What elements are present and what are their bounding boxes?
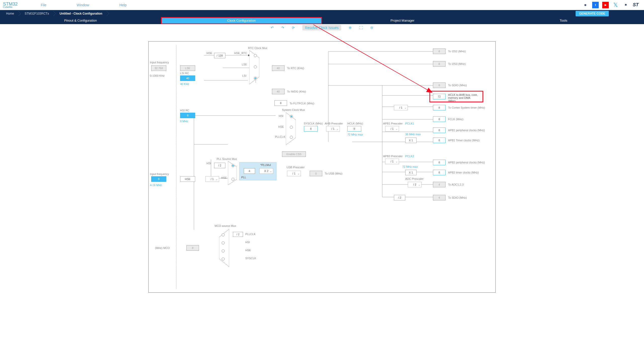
apb2-prescaler-select[interactable]: / 1 bbox=[385, 159, 399, 164]
hclk-input[interactable]: 8 bbox=[347, 126, 361, 132]
label-apb1-periph: APB1 peripheral clocks (MHz) bbox=[448, 129, 485, 132]
i2s3-value: 8 bbox=[433, 61, 446, 67]
resolve-clock-button[interactable]: Resolve Clock Issues bbox=[302, 25, 341, 30]
enable-css-button[interactable]: Enable CSS bbox=[282, 151, 306, 157]
label-apb2-periph: APB2 peripheral clocks (MHz) bbox=[448, 161, 485, 164]
zoom-out-icon[interactable]: ⊖ bbox=[370, 26, 373, 30]
menu-file[interactable]: File bbox=[41, 3, 47, 7]
apb2-timer-mul: X 1 bbox=[405, 170, 417, 175]
breadcrumb-page[interactable]: Untitled - Clock Configuration bbox=[54, 10, 107, 17]
pll-hse-prescaler[interactable]: / 1 bbox=[205, 176, 219, 182]
sysmux-hsi-radio[interactable] bbox=[290, 115, 293, 118]
label-cortex: To Cortex System timer (MHz) bbox=[448, 106, 485, 109]
redo-icon[interactable]: ↷ bbox=[281, 26, 284, 30]
st-icon[interactable]: ✱ bbox=[622, 2, 629, 8]
fit-icon[interactable]: ⛶ bbox=[359, 26, 363, 30]
label-to-rtc: To RTC (KHz) bbox=[287, 67, 304, 70]
refresh-icon[interactable]: ⟳ bbox=[292, 26, 295, 30]
st-community-icon[interactable]: ◉ bbox=[582, 2, 589, 8]
apb1-prescaler-select[interactable]: / 1 bbox=[385, 126, 399, 132]
label-sdio2: To SDIO (MHz) bbox=[448, 196, 467, 199]
label-sdio: To SDIO (MHz) bbox=[448, 84, 467, 87]
lse-freq-input[interactable]: 32.768 bbox=[151, 65, 166, 71]
mco-sysclk-radio[interactable] bbox=[222, 257, 225, 261]
sysclk-input[interactable]: 8 bbox=[304, 126, 318, 132]
breadcrumb-home[interactable]: Home bbox=[0, 10, 19, 17]
ahb-prescaler-select[interactable]: / 1 bbox=[326, 126, 340, 132]
tab-clock-label: Clock Configuration bbox=[227, 19, 256, 22]
cortex-value: 8 bbox=[433, 105, 446, 110]
st-logo-icon[interactable]: ST bbox=[632, 2, 639, 8]
mco-hsi-radio[interactable] bbox=[222, 241, 225, 244]
label-apb2-timer: APB2 timer clocks (MHz) bbox=[448, 171, 479, 174]
label-rtc-mux: RTC Clock Mux bbox=[248, 47, 267, 50]
apb1-periph-value: 8 bbox=[433, 127, 446, 133]
mco-hse-radio[interactable] bbox=[222, 249, 225, 252]
usb-prescaler-select[interactable]: / 1 bbox=[287, 171, 301, 176]
pll-hsi-div2: / 2 bbox=[214, 163, 225, 168]
adc-prescaler-select[interactable]: / 2 bbox=[408, 182, 422, 187]
tab-pinout[interactable]: Pinout & Configuration bbox=[0, 17, 161, 24]
label-adc: To ADC1,2,3 bbox=[448, 183, 464, 186]
menu-window[interactable]: Window bbox=[77, 3, 89, 7]
label-hse-range: 4-16 MHz bbox=[150, 184, 162, 187]
generate-code-button[interactable]: GENERATE CODE bbox=[576, 11, 609, 16]
clock-diagram: Input frequency 32.768 0-1000 KHz LSE LS… bbox=[148, 41, 496, 293]
tab-tools[interactable]: Tools bbox=[483, 17, 644, 24]
pllmux-hse-radio[interactable] bbox=[231, 178, 234, 181]
breadcrumb-chip[interactable]: STM32F103RCTx bbox=[19, 10, 54, 17]
youtube-icon[interactable]: ▶ bbox=[602, 2, 609, 8]
label-sysmux: System Clock Mux bbox=[282, 108, 305, 111]
label-apb2-pre: APB2 Prescaler bbox=[383, 155, 403, 158]
mco-value: 8 bbox=[186, 245, 199, 251]
label-mco-hse: HSE bbox=[245, 249, 251, 252]
label-mco-sysclk: SYSCLK bbox=[245, 257, 256, 260]
hsi-value: 8 bbox=[180, 113, 195, 118]
label-pclk2: PCLK2 bbox=[405, 155, 414, 158]
rtc-mux-hse-radio[interactable] bbox=[254, 54, 257, 57]
sdio-value: 8 bbox=[433, 82, 446, 88]
label-pllmux-hsi: HSI bbox=[207, 162, 211, 165]
adc-value: 4 bbox=[433, 182, 446, 187]
label-usb-pre: USB Prescaler bbox=[287, 166, 305, 169]
hclk-ahb-value[interactable]: 72 bbox=[433, 94, 446, 99]
label-pllmul: *PLLMul bbox=[260, 163, 271, 166]
sdio2-value: 4 bbox=[433, 195, 446, 200]
cortex-prescaler-select[interactable]: / 1 bbox=[394, 105, 408, 110]
label-to-iwdg: To IWDG (KHz) bbox=[287, 90, 306, 93]
label-lse-range: 0-1000 KHz bbox=[150, 74, 165, 77]
undo-icon[interactable]: ↶ bbox=[271, 26, 274, 30]
hse-freq-input[interactable]: 8 bbox=[151, 176, 166, 182]
label-input-freq-hse: Input frequency bbox=[150, 172, 169, 176]
apb1-timer-value: 8 bbox=[433, 138, 446, 143]
label-hclk: HCLK (MHz) bbox=[347, 122, 363, 125]
mco-div2: / 2 bbox=[233, 232, 243, 237]
label-hsi-mhz: 8 MHz bbox=[180, 120, 188, 123]
label-sysmux-hse: HSE bbox=[278, 125, 284, 128]
label-adc-pre: ADC Prescaler bbox=[405, 177, 424, 180]
usb-value: 0 bbox=[310, 171, 322, 176]
pllmul-select[interactable]: X 2 bbox=[259, 168, 273, 174]
tab-clock[interactable]: Clock Configuration bbox=[161, 17, 322, 24]
rtc-mux-lsi-radio[interactable] bbox=[254, 77, 257, 80]
rtc-mux-lse-radio[interactable] bbox=[254, 65, 257, 68]
label-fclk: FCLK (MHz) bbox=[448, 118, 463, 121]
sysmux-pll-radio[interactable] bbox=[290, 136, 293, 139]
label-i2s3: To I2S3 (MHz) bbox=[448, 62, 466, 65]
pllmux-hsi-radio[interactable] bbox=[231, 164, 234, 167]
label-apb1-timer: APB1 Timer clocks (MHz) bbox=[448, 139, 479, 142]
label-sysmux-pllclk: PLLCLK bbox=[275, 135, 285, 138]
tab-project[interactable]: Project Manager bbox=[322, 17, 483, 24]
zoom-in-icon[interactable]: ⊕ bbox=[349, 26, 352, 30]
flitfclk-value: 8 bbox=[274, 100, 287, 106]
facebook-icon[interactable]: f bbox=[592, 2, 599, 8]
menu-help[interactable]: Help bbox=[119, 3, 127, 7]
mco-pllclk-radio[interactable] bbox=[222, 233, 225, 236]
hse-div128: / 128 bbox=[214, 53, 225, 58]
apb2-periph-value: 8 bbox=[433, 160, 446, 165]
label-to-usb: To USB (MHz) bbox=[325, 172, 342, 175]
label-hsi-rc: HSI RC bbox=[180, 109, 189, 112]
lsi-value: 40 bbox=[180, 75, 195, 81]
twitter-icon[interactable]: 𝕏 bbox=[612, 2, 619, 8]
sysmux-hse-radio[interactable] bbox=[290, 126, 293, 129]
